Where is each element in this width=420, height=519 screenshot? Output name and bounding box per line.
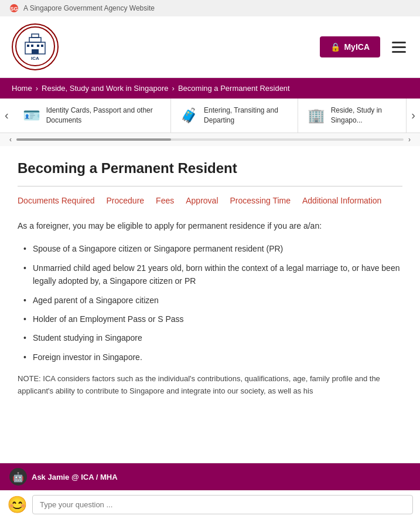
reside-icon: 🏢 bbox=[308, 107, 325, 124]
top-bar: SG A Singapore Government Agency Website bbox=[0, 0, 420, 16]
scroll-bar-thumb bbox=[16, 138, 171, 141]
logo-area: ICA bbox=[12, 23, 59, 70]
sg-lion-icon: SG bbox=[9, 4, 19, 13]
nav-carousel: ‹ 🪪 Identity Cards, Passport and other D… bbox=[0, 99, 420, 133]
myica-label: MyICA bbox=[344, 42, 370, 52]
scroll-bar-area: ‹ › bbox=[0, 133, 420, 146]
svg-rect-10 bbox=[32, 49, 39, 54]
breadcrumb-sep-1: › bbox=[36, 84, 38, 93]
quick-link-fees[interactable]: Fees bbox=[156, 196, 174, 205]
scroll-bar-track bbox=[16, 138, 404, 141]
nav-items: 🪪 Identity Cards, Passport and other Doc… bbox=[13, 99, 407, 133]
nav-item-reside-label: Reside, Study in Singapo... bbox=[331, 106, 397, 125]
bullet-list: Spouse of a Singapore citizen or Singapo… bbox=[18, 242, 402, 364]
quick-link-procedure[interactable]: Procedure bbox=[107, 196, 145, 205]
breadcrumb-home[interactable]: Home bbox=[12, 84, 32, 93]
svg-rect-5 bbox=[32, 34, 39, 38]
svg-rect-6 bbox=[27, 45, 29, 47]
list-item: Foreign investor in Singapore. bbox=[23, 351, 402, 364]
quick-link-documents[interactable]: Documents Required bbox=[18, 196, 95, 205]
quick-link-processing[interactable]: Processing Time bbox=[230, 196, 291, 205]
hamburger-line-1 bbox=[392, 42, 406, 43]
header: ICA 🔒 MyICA bbox=[0, 16, 420, 78]
note-text: NOTE: ICA considers factors such as the … bbox=[18, 373, 402, 398]
hamburger-line-3 bbox=[392, 51, 406, 53]
svg-rect-7 bbox=[31, 45, 33, 47]
nav-item-identity[interactable]: 🪪 Identity Cards, Passport and other Doc… bbox=[13, 99, 171, 133]
entering-icon: 🧳 bbox=[180, 107, 198, 124]
lock-icon: 🔒 bbox=[330, 42, 340, 52]
topbar-label: A Singapore Government Agency Website bbox=[23, 4, 155, 12]
list-item: Aged parent of a Singapore citizen bbox=[23, 294, 402, 307]
intro-text: As a foreigner, you may be eligible to a… bbox=[18, 219, 402, 233]
breadcrumb: Home › Reside, Study and Work in Singapo… bbox=[0, 78, 420, 99]
hamburger-line-2 bbox=[392, 46, 406, 48]
nav-prev-button[interactable]: ‹ bbox=[0, 103, 13, 128]
svg-rect-8 bbox=[37, 45, 39, 47]
list-item: Student studying in Singapore bbox=[23, 331, 402, 344]
quick-link-approval[interactable]: Approval bbox=[186, 196, 218, 205]
ica-logo-svg: ICA bbox=[15, 26, 56, 67]
quick-link-additional[interactable]: Additional Information bbox=[302, 196, 381, 205]
nav-item-entering[interactable]: 🧳 Entering, Transiting and Departing bbox=[171, 99, 298, 133]
hamburger-menu-button[interactable] bbox=[390, 39, 408, 55]
main-content: Becoming a Permanent Resident Documents … bbox=[0, 146, 420, 412]
nav-item-entering-label: Entering, Transiting and Departing bbox=[204, 106, 288, 125]
svg-text:ICA: ICA bbox=[31, 56, 39, 61]
breadcrumb-level1[interactable]: Reside, Study and Work in Singapore bbox=[42, 84, 169, 93]
scroll-right-btn[interactable]: › bbox=[408, 135, 411, 144]
logo-circle: ICA bbox=[12, 23, 59, 70]
header-right: 🔒 MyICA bbox=[320, 36, 408, 57]
scroll-left-btn[interactable]: ‹ bbox=[9, 135, 12, 144]
list-item: Spouse of a Singapore citizen or Singapo… bbox=[23, 242, 402, 255]
svg-rect-4 bbox=[29, 38, 41, 42]
breadcrumb-current: Becoming a Permanent Resident bbox=[178, 84, 290, 93]
nav-item-identity-label: Identity Cards, Passport and other Docum… bbox=[46, 106, 161, 125]
identity-card-icon: 🪪 bbox=[23, 107, 40, 124]
breadcrumb-sep-2: › bbox=[172, 84, 175, 93]
quick-links: Documents Required Procedure Fees Approv… bbox=[18, 196, 402, 205]
svg-rect-9 bbox=[41, 45, 43, 47]
nav-item-reside[interactable]: 🏢 Reside, Study in Singapo... bbox=[298, 99, 407, 133]
divider bbox=[18, 186, 402, 186]
myica-button[interactable]: 🔒 MyICA bbox=[320, 36, 380, 57]
page-title: Becoming a Permanent Resident bbox=[18, 160, 402, 177]
list-item: Unmarried child aged below 21 years old,… bbox=[23, 262, 402, 288]
svg-text:SG: SG bbox=[10, 6, 18, 12]
list-item: Holder of an Employment Pass or S Pass bbox=[23, 313, 402, 325]
nav-next-button[interactable]: › bbox=[407, 103, 420, 128]
logo-inner: ICA bbox=[15, 26, 56, 69]
